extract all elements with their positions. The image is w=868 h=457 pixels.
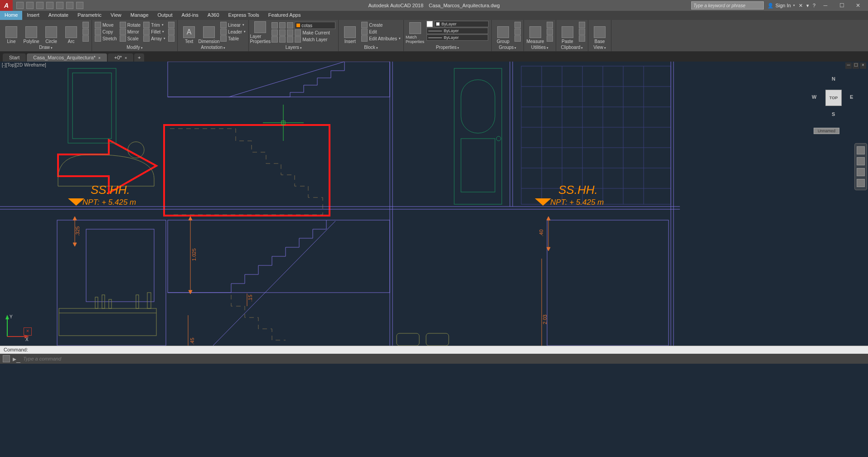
tab-manage[interactable]: Manage bbox=[126, 11, 153, 20]
close-button[interactable]: ✕ bbox=[852, 1, 864, 10]
paste-special-icon[interactable] bbox=[579, 35, 585, 42]
tab-addins[interactable]: Add-ins bbox=[177, 11, 203, 20]
nav-orbit-icon[interactable] bbox=[857, 179, 865, 187]
minimize-button[interactable]: ─ bbox=[819, 1, 832, 10]
help-icon[interactable]: ? bbox=[813, 3, 815, 8]
rotate-button[interactable]: Rotate bbox=[120, 22, 141, 28]
panel-properties-title[interactable]: Properties bbox=[406, 44, 490, 50]
base-view-button[interactable]: Base bbox=[590, 21, 609, 44]
command-input[interactable] bbox=[23, 356, 865, 361]
cut-icon[interactable] bbox=[579, 22, 585, 28]
panel-groups-title[interactable]: Groups bbox=[494, 44, 522, 50]
group-button[interactable]: Group bbox=[494, 21, 513, 44]
maximize-button[interactable]: ☐ bbox=[835, 1, 848, 10]
qat-saveas-icon[interactable] bbox=[46, 2, 53, 9]
copy-clip-icon[interactable] bbox=[579, 29, 585, 35]
command-line[interactable]: ▸_ bbox=[0, 354, 868, 364]
qat-plot-icon[interactable] bbox=[56, 2, 63, 9]
circle-button[interactable]: Circle bbox=[42, 21, 61, 44]
layer-properties-button[interactable]: Layer Properties bbox=[251, 21, 270, 44]
qat-new-icon[interactable] bbox=[16, 2, 24, 9]
panel-clipboard-title[interactable]: Clipboard bbox=[558, 44, 586, 50]
viewcube-e[interactable]: E bbox=[850, 94, 853, 100]
filetab-start[interactable]: Start bbox=[3, 53, 26, 62]
drawing-canvas[interactable]: .325 1.025 .15 .40 2.03 .45 SS.HH. NPT: … bbox=[0, 62, 680, 346]
match-layer-button[interactable]: Match Layer bbox=[272, 36, 335, 43]
dimension-button[interactable]: Dimension bbox=[199, 21, 218, 44]
draw-extra-2[interactable] bbox=[82, 29, 89, 35]
viewcube-s[interactable]: S bbox=[832, 111, 835, 117]
filetab-active[interactable]: Casa_Marcos_Arquitectura*× bbox=[27, 53, 107, 62]
viewcube-n[interactable]: N bbox=[832, 76, 835, 82]
color-icon[interactable] bbox=[427, 21, 433, 27]
lineweight-dropdown[interactable]: ByLayer bbox=[427, 28, 488, 34]
vp-minimize-icon[interactable]: ─ bbox=[845, 63, 852, 69]
stretch-button[interactable]: Stretch bbox=[95, 35, 117, 42]
group-edit-icon[interactable] bbox=[514, 22, 521, 28]
close-tab-icon[interactable]: × bbox=[125, 56, 127, 60]
qat-open-icon[interactable] bbox=[26, 2, 34, 9]
vp-maximize-icon[interactable]: ☐ bbox=[853, 63, 859, 69]
paste-button[interactable]: Paste bbox=[558, 21, 577, 44]
modify-extra-2[interactable] bbox=[168, 29, 175, 35]
new-tab-button[interactable]: + bbox=[134, 53, 144, 62]
qat-undo-icon[interactable] bbox=[66, 2, 73, 9]
modify-extra-3[interactable] bbox=[168, 35, 175, 42]
draw-extra-1[interactable] bbox=[82, 22, 89, 28]
viewcube-ucs-label[interactable]: Unnamed bbox=[814, 128, 839, 134]
layer-state-icon-1[interactable] bbox=[272, 22, 278, 29]
tab-parametric[interactable]: Parametric bbox=[73, 11, 106, 20]
util-2[interactable] bbox=[547, 29, 553, 35]
tab-express[interactable]: Express Tools bbox=[224, 11, 264, 20]
vp-close-icon[interactable]: × bbox=[860, 63, 866, 69]
ungroup-icon[interactable] bbox=[514, 29, 521, 35]
app-menu-icon[interactable]: ▾ bbox=[806, 3, 809, 9]
insert-button[interactable]: Insert bbox=[340, 21, 359, 44]
polyline-button[interactable]: Polyline bbox=[22, 21, 41, 44]
table-button[interactable]: Table bbox=[220, 35, 246, 42]
trim-button[interactable]: Trim▾ bbox=[143, 22, 165, 28]
fillet-button[interactable]: Fillet▾ bbox=[143, 29, 165, 35]
signin-button[interactable]: 👤 Sign In ▾ bbox=[767, 3, 795, 9]
navigation-bar[interactable] bbox=[854, 143, 867, 190]
drawing-viewport[interactable]: [-][Top][2D Wireframe] ─ ☐ × bbox=[0, 62, 868, 346]
tab-output[interactable]: Output bbox=[153, 11, 177, 20]
nav-pan-icon[interactable] bbox=[857, 157, 865, 165]
filetab-other[interactable]: +0*× bbox=[108, 53, 133, 62]
tab-featured[interactable]: Featured Apps bbox=[264, 11, 305, 20]
move-button[interactable]: Move bbox=[95, 22, 117, 28]
tab-a360[interactable]: A360 bbox=[203, 11, 224, 20]
arc-button[interactable]: Arc bbox=[62, 21, 81, 44]
tab-view[interactable]: View bbox=[106, 11, 126, 20]
scale-button[interactable]: Scale bbox=[120, 35, 141, 42]
layer-dropdown[interactable]: cotas bbox=[295, 22, 335, 29]
measure-button[interactable]: Measure bbox=[526, 21, 545, 44]
tab-insert[interactable]: Insert bbox=[22, 11, 44, 20]
leader-button[interactable]: Leader▾ bbox=[220, 29, 246, 35]
nav-wheel-icon[interactable] bbox=[857, 146, 865, 154]
tab-home[interactable]: Home bbox=[0, 11, 22, 20]
panel-draw-title[interactable]: Draw bbox=[2, 44, 90, 50]
view-cube[interactable]: N E S W TOP Unnamed bbox=[809, 66, 859, 134]
util-3[interactable] bbox=[547, 35, 553, 42]
make-current-button[interactable]: Make Current bbox=[272, 29, 335, 36]
line-button[interactable]: Line bbox=[2, 21, 21, 44]
linear-button[interactable]: Linear▾ bbox=[220, 22, 246, 28]
util-1[interactable] bbox=[547, 22, 553, 28]
dynamic-input-close-icon[interactable]: × bbox=[24, 327, 32, 336]
edit-attributes-button[interactable]: Edit Attributes▾ bbox=[361, 35, 401, 42]
create-block-button[interactable]: Create bbox=[361, 22, 401, 28]
modify-extra-1[interactable] bbox=[168, 22, 175, 28]
tab-annotate[interactable]: Annotate bbox=[44, 11, 73, 20]
panel-block-title[interactable]: Block bbox=[340, 44, 402, 50]
color-dropdown[interactable]: ByLayer bbox=[434, 21, 489, 27]
panel-annotation-title[interactable]: Annotation bbox=[179, 44, 247, 50]
match-properties-button[interactable]: Match Properties bbox=[406, 21, 425, 44]
linetype-dropdown[interactable]: ByLayer bbox=[427, 34, 488, 41]
array-button[interactable]: Array▾ bbox=[143, 35, 165, 42]
layer-state-icon-3[interactable] bbox=[287, 22, 293, 29]
qat-save-icon[interactable] bbox=[36, 2, 44, 9]
panel-layers-title[interactable]: Layers bbox=[251, 44, 336, 50]
panel-utilities-title[interactable]: Utilities bbox=[526, 44, 554, 50]
text-button[interactable]: AText bbox=[179, 21, 199, 44]
